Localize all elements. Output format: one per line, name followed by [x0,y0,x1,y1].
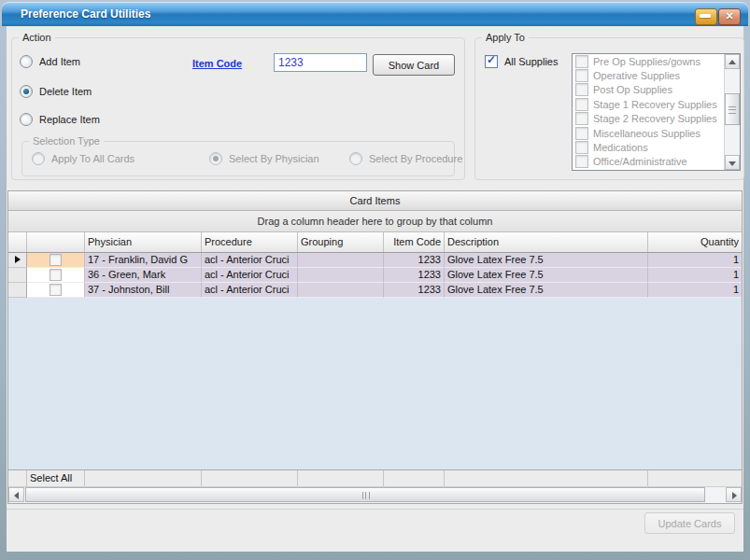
cell-description[interactable]: Glove Latex Free 7.5 [445,283,648,298]
scroll-thumb[interactable] [725,93,740,125]
radio-apply-all-cards[interactable]: Apply To All Cards [32,152,134,165]
hscroll-thumb[interactable] [25,487,705,502]
cell-description[interactable]: Glove Latex Free 7.5 [445,268,648,283]
header-quantity[interactable]: Quantity [648,232,742,252]
checkbox-icon [575,55,588,68]
header-checkbox-col[interactable] [27,232,85,252]
row-indicator [8,268,27,283]
grip-icon [362,492,370,499]
row-checkbox-cell[interactable] [27,268,85,283]
cell-item-code[interactable]: 1233 [384,283,445,298]
grid-horizontal-scrollbar[interactable] [8,486,742,503]
title-bar[interactable]: Preference Card Utilities [2,2,748,26]
scroll-left-button[interactable] [8,487,24,502]
current-row-indicator [8,253,27,268]
supply-item[interactable]: Office/Administrative [573,155,724,169]
radio-replace-item[interactable]: Replace Item [20,113,100,126]
group-by-box[interactable]: Drag a column header here to group by th… [8,211,742,232]
checkbox-icon [50,269,62,281]
scroll-up-button[interactable] [725,54,740,69]
supply-item[interactable]: Miscellaneous Supplies [573,126,724,140]
item-code-input[interactable] [274,53,367,72]
row-indicator [8,283,27,298]
cell-procedure[interactable]: acl - Anterior Cruci [202,253,298,268]
dialog-client-area: Action Add Item Item Code Show Card Dele… [7,26,743,552]
checkbox-icon [575,69,588,82]
footer-cell [384,470,445,486]
radio-circle-icon [209,152,222,165]
table-row[interactable]: 37 - Johnston, Bill acl - Anterior Cruci… [8,283,742,298]
item-code-link[interactable]: Item Code [192,58,242,69]
supply-item[interactable]: Post Op Supplies [573,83,724,97]
arrow-up-icon [729,60,736,64]
scroll-right-button[interactable] [726,487,742,502]
cell-description[interactable]: Glove Latex Free 7.5 [445,253,648,268]
footer-indicator [8,470,27,486]
cell-physician[interactable]: 37 - Johnston, Bill [85,283,202,298]
checkbox-icon [575,98,588,111]
cell-quantity[interactable]: 1 [648,283,742,298]
footer-cell [85,470,202,486]
footer-cell [648,470,742,486]
supply-item-label: Post Op Supplies [593,84,672,95]
cell-grouping[interactable] [298,268,384,283]
checkbox-icon [575,112,588,125]
header-description[interactable]: Description [445,232,648,252]
supplies-list: Pre Op Supplies/gowns Operative Supplies… [573,54,724,170]
supply-item[interactable]: Stage 1 Recovery Supplies [573,97,724,111]
supplies-scrollbar[interactable] [724,54,740,170]
supply-item[interactable]: Operative Supplies [573,68,724,82]
checkbox-icon [575,141,588,154]
apply-to-groupbox: Apply To All Supplies Pre Op Supplies/go… [474,37,744,180]
cell-quantity[interactable]: 1 [648,268,742,283]
header-procedure[interactable]: Procedure [202,232,298,252]
radio-select-by-physician-label: Select By Physician [229,153,319,164]
show-card-button[interactable]: Show Card [373,54,455,76]
cell-physician[interactable]: 36 - Green, Mark [85,268,202,283]
supply-item-label: Operative Supplies [593,70,680,81]
all-supplies-checkbox[interactable]: All Supplies [485,55,558,68]
header-physician[interactable]: Physician [85,232,202,252]
radio-add-item[interactable]: Add Item [20,55,80,68]
window-title: Preference Card Utilities [21,2,150,26]
header-grouping[interactable]: Grouping [298,232,384,252]
row-arrow-icon [15,256,21,263]
supply-item[interactable]: Pre Op Supplies/gowns [573,54,724,68]
cell-item-code[interactable]: 1233 [384,253,445,268]
supply-item-label: Stage 1 Recovery Supplies [593,99,717,110]
table-row[interactable]: 17 - Franklin, David G acl - Anterior Cr… [8,253,742,268]
header-item-code[interactable]: Item Code [384,232,445,252]
scroll-down-button[interactable] [725,155,740,170]
radio-circle-icon [32,152,45,165]
supply-item[interactable]: Stage 2 Recovery Supplies [573,112,724,126]
grid-empty-area [8,298,742,469]
radio-select-by-physician[interactable]: Select By Physician [209,152,319,165]
cell-quantity[interactable]: 1 [648,253,742,268]
cell-item-code[interactable]: 1233 [384,268,445,283]
cell-physician[interactable]: 17 - Franklin, David G [85,253,202,268]
grid-header-row: Physician Procedure Grouping Item Code D… [8,232,742,253]
update-cards-button[interactable]: Update Cards [644,512,735,534]
row-checkbox-cell[interactable] [27,283,85,298]
checkbox-checked-icon [485,55,498,68]
row-checkbox-cell[interactable] [27,253,85,268]
selection-type-label: Selection Type [29,135,104,147]
supply-item[interactable]: Medications [573,140,724,154]
supplies-listbox[interactable]: Pre Op Supplies/gowns Operative Supplies… [572,53,741,171]
cell-grouping[interactable] [298,253,384,268]
header-indicator [8,232,27,252]
cell-procedure[interactable]: acl - Anterior Cruci [202,268,298,283]
radio-select-by-procedure[interactable]: Select By Procedure [349,152,462,165]
minimize-button[interactable] [695,8,717,25]
minimize-icon [700,14,711,18]
grid-footer-row: Select All [8,469,742,486]
table-row[interactable]: 36 - Green, Mark acl - Anterior Cruci 12… [8,268,742,283]
close-button[interactable]: ✕ [718,8,741,25]
cell-procedure[interactable]: acl - Anterior Cruci [202,283,298,298]
footer-cell [202,470,298,486]
cell-grouping[interactable] [298,283,384,298]
grip-icon [729,106,736,114]
select-all-cell[interactable]: Select All [27,470,85,486]
radio-delete-item[interactable]: Delete Item [20,85,92,98]
radio-select-by-procedure-label: Select By Procedure [369,153,462,164]
